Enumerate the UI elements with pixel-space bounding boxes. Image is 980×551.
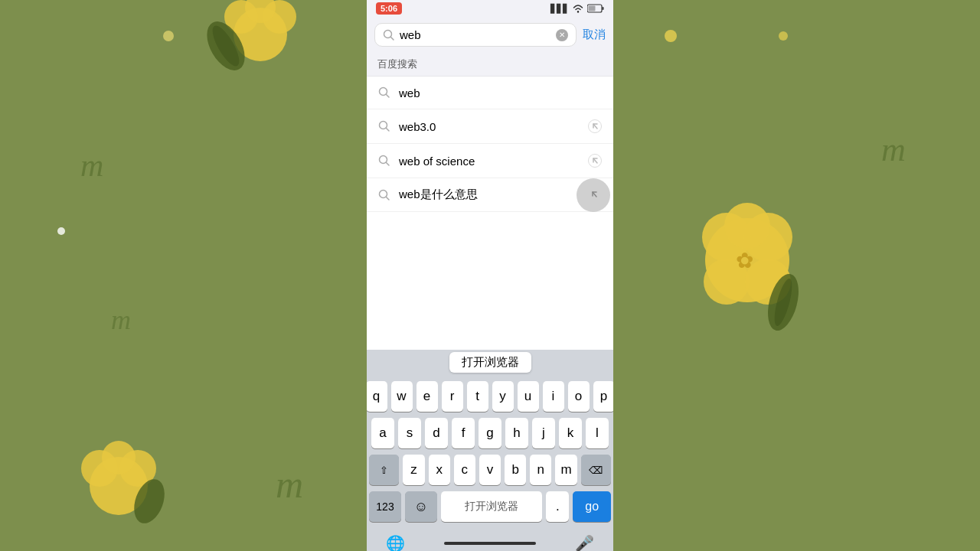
- svg-point-27: [779, 31, 788, 41]
- svg-line-35: [387, 95, 390, 98]
- key-j[interactable]: j: [532, 418, 555, 448]
- key-o[interactable]: o: [568, 381, 590, 412]
- arrow-up-left-icon: [587, 153, 603, 168]
- svg-line-41: [387, 163, 390, 166]
- key-t[interactable]: t: [467, 381, 488, 412]
- section-header: 百度搜索: [367, 53, 613, 77]
- key-dot[interactable]: .: [546, 491, 569, 522]
- key-f[interactable]: f: [452, 418, 475, 448]
- cancel-button[interactable]: 取消: [583, 28, 606, 42]
- arrow-up-left-icon: [587, 119, 603, 134]
- status-bar: 5:06 ▋▋▋: [367, 0, 613, 17]
- search-clear-button[interactable]: ✕: [556, 29, 568, 41]
- key-g[interactable]: g: [479, 418, 501, 448]
- status-icons: ▋▋▋: [550, 4, 604, 14]
- key-m[interactable]: m: [555, 455, 577, 485]
- key-s[interactable]: s: [398, 418, 421, 448]
- microphone-icon[interactable]: 🎤: [575, 534, 594, 551]
- suggestion-item[interactable]: web: [367, 77, 613, 109]
- wifi-icon: [572, 4, 584, 13]
- svg-line-45: [387, 197, 390, 200]
- key-y[interactable]: y: [492, 381, 514, 412]
- status-time: 5:06: [376, 2, 402, 15]
- key-z[interactable]: z: [403, 455, 424, 485]
- keyboard: q w e r t y u i o p a s d f g h j k l ⇧ …: [367, 375, 613, 531]
- search-input-wrapper[interactable]: web ✕: [374, 23, 577, 47]
- search-icon-small: [377, 119, 391, 133]
- key-c[interactable]: c: [454, 455, 475, 485]
- suggestion-text: web是什么意思: [399, 187, 603, 202]
- svg-point-6: [57, 227, 65, 235]
- empty-suggestions-space: [367, 212, 613, 350]
- key-l[interactable]: l: [586, 418, 609, 448]
- search-input[interactable]: web: [400, 28, 551, 41]
- search-icon-small: [377, 86, 391, 99]
- key-n[interactable]: n: [530, 455, 551, 485]
- right-background-decoration: ✿ m: [613, 0, 980, 551]
- phone-container: 5:06 ▋▋▋: [367, 0, 613, 551]
- key-e[interactable]: e: [416, 381, 438, 412]
- battery-icon: [587, 4, 604, 13]
- key-r[interactable]: r: [442, 381, 463, 412]
- suggestion-text: web: [399, 86, 603, 99]
- svg-text:m: m: [276, 463, 303, 506]
- svg-point-19: [724, 203, 770, 249]
- svg-text:m: m: [881, 131, 906, 168]
- suggestion-text: web3.0: [399, 120, 587, 133]
- key-d[interactable]: d: [425, 418, 448, 448]
- left-background-decoration: m m m: [0, 0, 367, 551]
- key-a[interactable]: a: [371, 418, 394, 448]
- key-go[interactable]: go: [573, 491, 611, 522]
- tooltip-text: 打开浏览器: [449, 352, 531, 373]
- key-u[interactable]: u: [518, 381, 539, 412]
- signal-icon: ▋▋▋: [550, 4, 569, 14]
- search-bar-area: web ✕ 取消: [367, 17, 613, 53]
- keyboard-row-2: a s d f g h j k l: [369, 418, 611, 448]
- key-v[interactable]: v: [479, 455, 501, 485]
- svg-line-33: [391, 37, 394, 40]
- search-icon: [383, 29, 395, 41]
- key-h[interactable]: h: [505, 418, 528, 448]
- key-backspace[interactable]: ⌫: [581, 455, 611, 485]
- tooltip-bar: 打开浏览器: [367, 350, 613, 375]
- key-shift[interactable]: ⇧: [369, 455, 399, 485]
- suggestion-item[interactable]: web是什么意思: [367, 178, 613, 212]
- suggestions-area: 百度搜索 web web3.0: [367, 53, 613, 350]
- key-x[interactable]: x: [429, 455, 450, 485]
- keyboard-row-3: ⇧ z x c v b n m ⌫: [369, 455, 611, 485]
- suggestion-text: web of science: [399, 155, 587, 168]
- svg-text:m: m: [111, 305, 131, 335]
- key-k[interactable]: k: [559, 418, 582, 448]
- home-indicator: [444, 542, 536, 545]
- suggestion-item[interactable]: web of science: [367, 144, 613, 178]
- key-space[interactable]: 打开浏览器: [441, 491, 542, 522]
- search-icon-small: [377, 154, 391, 168]
- home-line: [444, 542, 536, 545]
- keyboard-row-1: q w e r t y u i o p: [369, 381, 611, 412]
- svg-point-14: [102, 441, 136, 474]
- globe-icon[interactable]: 🌐: [386, 534, 405, 551]
- circle-overlay-button[interactable]: [577, 178, 610, 212]
- svg-rect-31: [589, 6, 596, 11]
- svg-text:✿: ✿: [736, 249, 753, 272]
- keyboard-row-4: 123 ☺ 打开浏览器 . go: [369, 491, 611, 522]
- svg-point-26: [665, 30, 677, 42]
- key-emoji[interactable]: ☺: [405, 491, 437, 522]
- suggestion-item[interactable]: web3.0: [367, 109, 613, 144]
- key-b[interactable]: b: [505, 455, 526, 485]
- svg-rect-30: [603, 7, 604, 10]
- search-icon-small: [377, 188, 391, 202]
- key-p[interactable]: p: [593, 381, 614, 412]
- key-w[interactable]: w: [391, 381, 413, 412]
- bottom-bar: 🌐 🎤: [367, 531, 613, 551]
- key-numbers[interactable]: 123: [369, 491, 401, 522]
- svg-point-7: [163, 31, 174, 41]
- key-q[interactable]: q: [367, 381, 387, 412]
- svg-text:m: m: [80, 148, 103, 183]
- key-i[interactable]: i: [543, 381, 564, 412]
- svg-line-37: [387, 129, 390, 132]
- svg-point-28: [577, 11, 579, 12]
